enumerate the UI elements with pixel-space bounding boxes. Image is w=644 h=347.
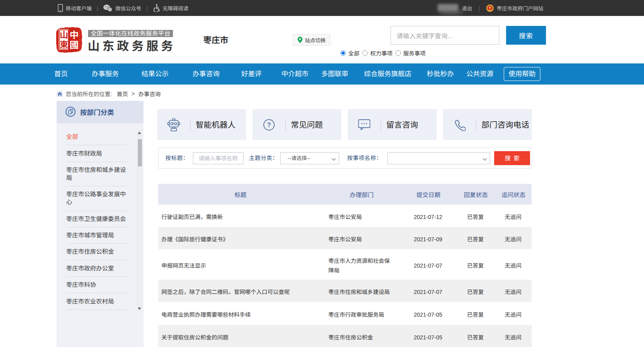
- svg-text:國: 國: [70, 37, 79, 51]
- svg-text:東: 東: [60, 38, 68, 50]
- svg-text:?: ?: [267, 121, 271, 129]
